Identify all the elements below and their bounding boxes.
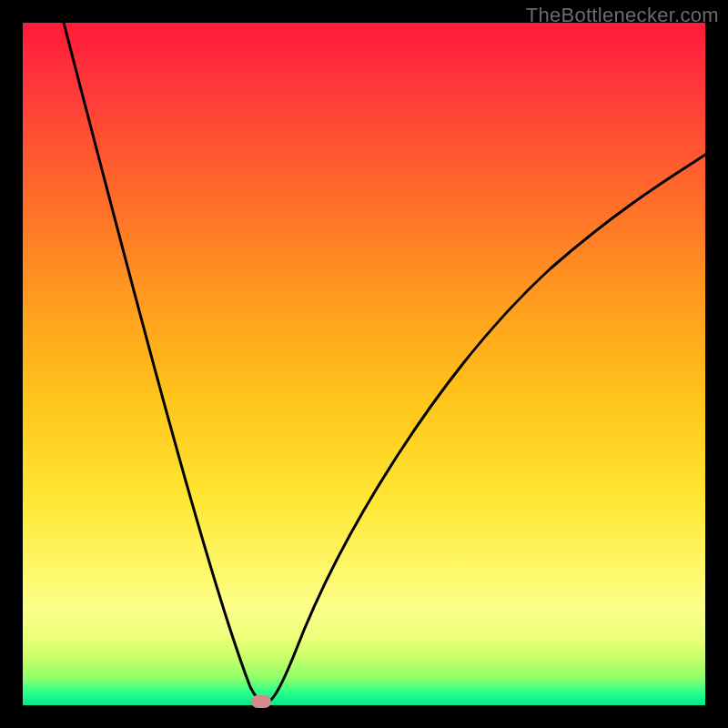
plot-area [23, 23, 705, 705]
chart-container: TheBottlenecker.com [0, 0, 728, 728]
bottleneck-curve [64, 23, 705, 703]
curve-layer [23, 23, 705, 705]
watermark-text: TheBottlenecker.com [526, 4, 719, 27]
optimal-marker [251, 695, 271, 708]
